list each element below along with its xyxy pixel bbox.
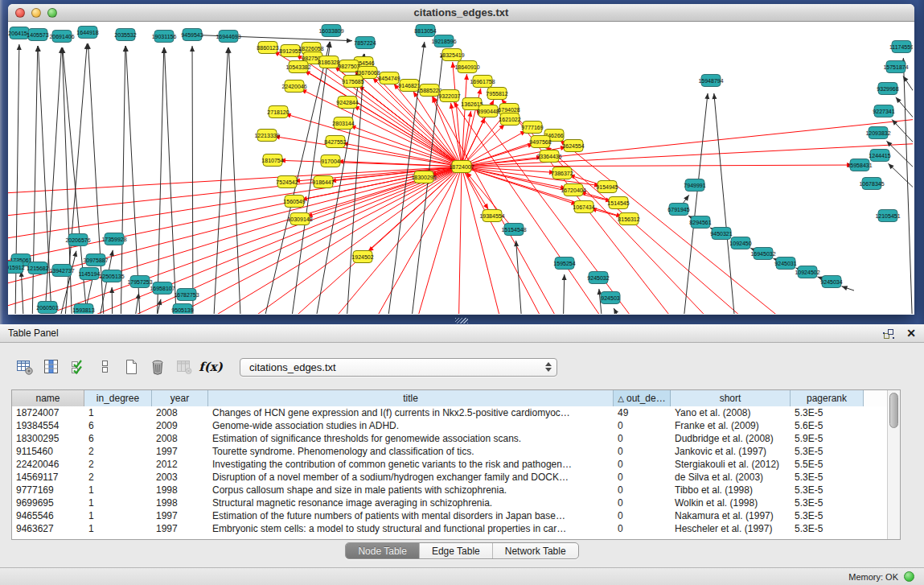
table-cell[interactable]: 5.6E-5 [791,420,864,431]
tab-node-table[interactable]: Node Table [346,543,420,558]
table-cell[interactable]: 18300295 [12,433,84,444]
selection-mode-icon[interactable] [94,356,115,377]
network-graph-canvas[interactable]: 8860123891295518226058982750881863281054… [8,22,913,314]
table-cell[interactable]: 5.3E-5 [791,510,864,521]
table-cell[interactable]: 0 [614,484,671,496]
table-cell[interactable]: 19384554 [12,420,84,431]
table-cell[interactable]: Corpus callosum shape and size in male p… [208,484,614,496]
table-cell[interactable]: Stergiakouli et al. (2012) [671,459,791,470]
table-cell[interactable]: 5.3E-5 [791,497,864,509]
table-cell[interactable]: 5.9E-5 [791,433,864,444]
table-selector-dropdown[interactable]: citations_edges.txt [240,358,557,377]
table-cell[interactable]: Estimation of significance thresholds fo… [208,433,614,444]
column-header-pagerank[interactable]: pagerank [791,390,864,406]
table-cell[interactable]: Tibbo et al. (1998) [671,484,791,496]
table-cell[interactable]: 1 [84,523,152,534]
table-cell[interactable]: 1998 [152,497,208,509]
delete-table-icon[interactable] [174,356,195,377]
table-row[interactable]: 1830029562008Estimation of significance … [12,432,887,445]
table-row[interactable]: 969969511998Structural magnetic resonanc… [12,496,887,509]
table-cell[interactable]: 1998 [152,484,208,496]
table-cell[interactable]: 49 [614,407,671,418]
table-cell[interactable]: 9463627 [12,523,84,534]
table-cell[interactable]: 9699695 [12,497,84,509]
column-header-year[interactable]: year [152,390,208,406]
column-header-out_de[interactable]: △out_de… [614,390,671,406]
table-row[interactable]: 1872400712008Changes of HCN gene express… [12,406,887,419]
column-header-in_degree[interactable]: in_degree [84,390,152,406]
table-cell[interactable]: 1 [84,407,152,418]
table-cell[interactable]: Changes of HCN gene expression and I(f) … [208,407,614,418]
citation-network-graph[interactable]: 8860123891295518226058982750881863281054… [8,22,913,314]
table-row[interactable]: 1456911722003Disruption of a novel membe… [12,471,887,484]
table-cell[interactable]: 0 [614,459,671,470]
network-window-titlebar[interactable]: citations_edges.txt [8,4,914,22]
table-cell[interactable]: 6 [84,433,152,444]
table-cell[interactable]: 2 [84,472,152,483]
table-cell[interactable]: 6 [84,420,152,431]
table-cell[interactable]: 0 [614,510,671,521]
table-cell[interactable]: 9115460 [12,446,84,457]
table-cell[interactable]: 2008 [152,433,208,444]
table-row[interactable]: 946362711997Embryonic stem cells: a mode… [12,522,887,535]
table-cell[interactable]: 0 [614,523,671,534]
table-cell[interactable]: 5.3E-5 [791,484,864,496]
table-cell[interactable]: 0 [614,433,671,444]
column-header-short[interactable]: short [671,390,791,406]
table-cell[interactable]: Structural magnetic resonance image aver… [208,497,614,509]
table-cell[interactable]: 5.3E-5 [791,523,864,534]
table-cell[interactable]: Jankovic et al. (1997) [671,446,791,457]
table-cell[interactable]: 0 [614,446,671,457]
table-cell[interactable]: Tourette syndrome. Phenomenology and cla… [208,446,614,457]
table-cell[interactable]: de Silva et al. (2003) [671,472,791,483]
column-header-name[interactable]: name [12,390,84,406]
table-cell[interactable]: 2009 [152,420,208,431]
float-panel-icon[interactable] [882,328,895,340]
table-cell[interactable]: 1997 [152,510,208,521]
table-cell[interactable]: 0 [614,420,671,431]
table-cell[interactable]: 0 [614,497,671,509]
table-cell[interactable]: 14569117 [12,472,84,483]
table-cell[interactable]: Nakamura et al. (1997) [671,510,791,521]
table-cell[interactable]: Yano et al. (2008) [671,407,791,418]
tab-edge-table[interactable]: Edge Table [420,543,493,558]
table-cell[interactable]: 2003 [152,472,208,483]
table-cell[interactable]: Investigating the contribution of common… [208,459,614,470]
table-cell[interactable]: 2008 [152,407,208,418]
table-cell[interactable]: Estimation of the future numbers of pati… [208,510,614,521]
scrollbar-thumb[interactable] [889,393,898,428]
table-cell[interactable]: 1 [84,497,152,509]
delete-icon[interactable] [147,356,168,377]
table-cell[interactable]: Wolkin et al. (1998) [671,497,791,509]
function-builder-icon[interactable]: f(x) [200,356,221,377]
table-cell[interactable]: 1 [84,510,152,521]
table-options-icon[interactable] [14,356,35,377]
table-cell[interactable]: 5.3E-5 [791,407,864,418]
new-file-icon[interactable] [121,356,142,377]
table-cell[interactable]: Disruption of a novel member of a sodium… [208,472,614,483]
table-cell[interactable]: Franke et al. (2009) [671,420,791,431]
table-cell[interactable]: Embryonic stem cells: a model to study s… [208,523,614,534]
table-cell[interactable]: 5.3E-5 [791,472,864,483]
column-header-title[interactable]: title [208,390,614,406]
memory-indicator-icon[interactable] [904,571,914,582]
table-cell[interactable]: Hescheler et al. (1997) [671,523,791,534]
select-columns-icon[interactable] [41,356,62,377]
close-panel-icon[interactable]: ✕ [906,328,916,339]
table-cell[interactable]: 2012 [152,459,208,470]
table-cell[interactable]: 22420046 [12,459,84,470]
table-cell[interactable]: 5.3E-5 [791,446,864,457]
table-cell[interactable]: 1997 [152,446,208,457]
table-cell[interactable]: 0 [614,472,671,483]
tab-network-table[interactable]: Network Table [493,543,578,558]
table-cell[interactable]: 18724007 [12,407,84,418]
table-cell[interactable]: 9777169 [12,484,84,496]
check-selection-icon[interactable] [68,356,88,377]
table-row[interactable]: 977716911998Corpus callosum shape and si… [12,484,887,496]
table-cell[interactable]: 1997 [152,523,208,534]
table-cell[interactable]: 2 [84,459,152,470]
table-cell[interactable]: 9465546 [12,510,84,521]
vertical-scrollbar[interactable] [887,390,900,539]
table-row[interactable]: 1938455462009Genome-wide association stu… [12,419,887,432]
table-cell[interactable]: 5.5E-5 [791,459,864,470]
